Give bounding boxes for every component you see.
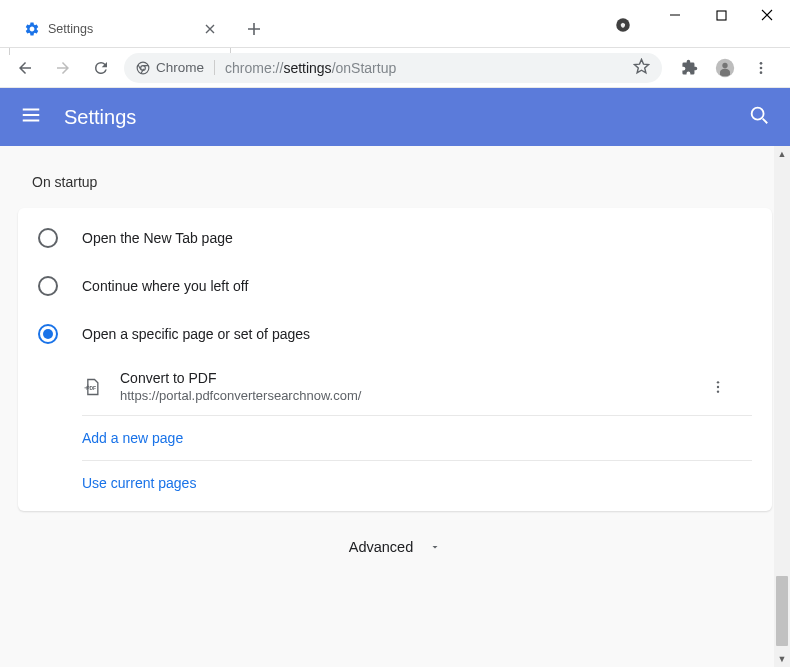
url-host: settings bbox=[283, 60, 331, 76]
startup-card: Open the New Tab page Continue where you… bbox=[18, 208, 772, 511]
more-actions-icon[interactable] bbox=[704, 373, 732, 401]
advanced-label: Advanced bbox=[349, 539, 414, 555]
address-bar: Chrome chrome://settings/onStartup bbox=[0, 48, 790, 88]
svg-point-7 bbox=[760, 66, 763, 69]
menu-icon[interactable] bbox=[20, 104, 42, 130]
browser-tab[interactable]: Settings bbox=[10, 11, 230, 47]
back-button[interactable] bbox=[10, 53, 40, 83]
search-icon[interactable] bbox=[748, 104, 770, 130]
section-title: On startup bbox=[32, 174, 772, 190]
chevron-down-icon bbox=[429, 541, 441, 553]
close-window-button[interactable] bbox=[744, 0, 790, 30]
tab-title: Settings bbox=[48, 22, 202, 36]
radio-icon[interactable] bbox=[38, 276, 58, 296]
maximize-button[interactable] bbox=[698, 0, 744, 30]
add-new-page-link[interactable]: Add a new page bbox=[82, 416, 752, 461]
bookmark-star-icon[interactable] bbox=[633, 58, 650, 78]
svg-point-13 bbox=[717, 390, 719, 392]
svg-text:PDF: PDF bbox=[86, 384, 96, 390]
option-new-tab[interactable]: Open the New Tab page bbox=[18, 214, 772, 262]
use-current-pages-link[interactable]: Use current pages bbox=[82, 461, 752, 505]
kebab-menu-icon[interactable] bbox=[748, 55, 774, 81]
page-title: Settings bbox=[64, 106, 748, 129]
url-path: /onStartup bbox=[332, 60, 397, 76]
window-titlebar: Settings bbox=[0, 0, 790, 48]
chrome-icon bbox=[136, 61, 150, 75]
option-label: Open a specific page or set of pages bbox=[82, 326, 310, 342]
svg-point-5 bbox=[722, 62, 727, 67]
svg-point-6 bbox=[760, 62, 763, 65]
svg-point-11 bbox=[717, 381, 719, 383]
radio-icon[interactable] bbox=[38, 324, 58, 344]
pdf-icon: PDF bbox=[82, 377, 102, 397]
svg-point-9 bbox=[752, 108, 764, 120]
option-label: Open the New Tab page bbox=[82, 230, 233, 246]
option-label: Continue where you left off bbox=[82, 278, 248, 294]
new-tab-button[interactable] bbox=[240, 15, 268, 43]
site-info[interactable]: Chrome bbox=[136, 60, 215, 75]
option-continue[interactable]: Continue where you left off bbox=[18, 262, 772, 310]
window-controls bbox=[652, 0, 790, 36]
startup-page-title: Convert to PDF bbox=[120, 370, 704, 386]
url-scheme: chrome:// bbox=[225, 60, 283, 76]
startup-page-row: PDF Convert to PDF https://portal.pdfcon… bbox=[82, 358, 752, 416]
chrome-label: Chrome bbox=[156, 60, 204, 75]
radio-icon[interactable] bbox=[38, 228, 58, 248]
svg-point-12 bbox=[717, 385, 719, 387]
content-area: pcrisk.com On startup Open the New Tab p… bbox=[0, 146, 790, 667]
close-tab-icon[interactable] bbox=[202, 21, 218, 37]
profile-icon[interactable] bbox=[712, 55, 738, 81]
svg-point-8 bbox=[760, 71, 763, 74]
settings-header: Settings bbox=[0, 88, 790, 146]
scroll-down-icon[interactable]: ▼ bbox=[774, 651, 790, 667]
forward-button[interactable] bbox=[48, 53, 78, 83]
gear-icon bbox=[24, 21, 40, 37]
svg-rect-1 bbox=[717, 11, 726, 20]
url-input[interactable]: Chrome chrome://settings/onStartup bbox=[124, 53, 662, 83]
option-specific-pages[interactable]: Open a specific page or set of pages bbox=[18, 310, 772, 358]
shield-icon[interactable] bbox=[614, 16, 632, 34]
extensions-icon[interactable] bbox=[676, 55, 702, 81]
startup-page-url: https://portal.pdfconvertersearchnow.com… bbox=[120, 388, 704, 403]
scroll-thumb[interactable] bbox=[776, 576, 788, 646]
toolbar-actions bbox=[670, 55, 780, 81]
advanced-toggle[interactable]: Advanced bbox=[0, 511, 790, 583]
minimize-button[interactable] bbox=[652, 0, 698, 30]
reload-button[interactable] bbox=[86, 53, 116, 83]
